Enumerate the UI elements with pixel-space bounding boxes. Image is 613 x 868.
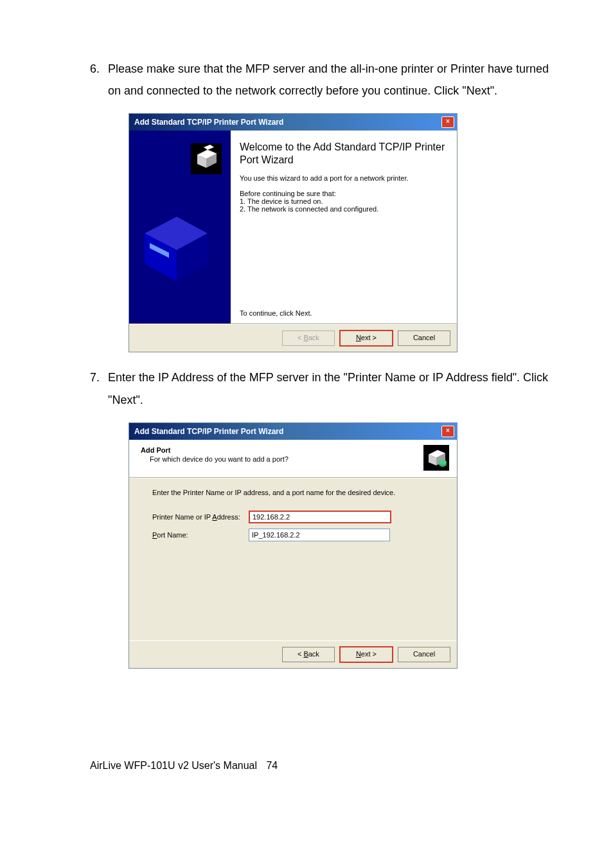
page-number: 74 [266,760,278,771]
svg-point-12 [439,460,447,465]
requirements-label: Before continuing be sure that: [240,190,447,197]
step-text: Enter the IP Address of the MFP server i… [108,366,549,410]
dialog-header: Add Port For which device do you want to… [129,440,457,478]
manual-title: AirLive WFP-101U v2 User's Manual [90,760,263,772]
next-button[interactable]: Next > [339,646,393,663]
back-button: < Back [282,330,335,346]
next-button[interactable]: Next > [339,330,393,347]
instruction-step-6: 6. Please make sure that the MFP server … [90,58,549,102]
back-button[interactable]: < Back [282,647,335,662]
close-icon[interactable]: × [441,116,454,128]
title-bar: Add Standard TCP/IP Printer Port Wizard … [129,114,457,131]
printer-icon [191,143,222,174]
label-port: Port Name: [152,531,249,539]
header-subtitle: For which device do you want to add a po… [150,455,423,463]
port-name-input[interactable] [249,529,390,541]
label-address: Printer Name or IP Address: [152,513,249,521]
close-icon[interactable]: × [441,426,454,437]
decorative-cube-icon [138,208,214,285]
step-number: 6. [90,58,108,102]
wizard-heading: Welcome to the Add Standard TCP/IP Print… [240,141,447,167]
dialog-body: Enter the Printer Name or IP address, an… [129,478,457,640]
wizard-dialog-add-port: Add Standard TCP/IP Printer Port Wizard … [129,422,458,669]
window-title: Add Standard TCP/IP Printer Port Wizard [132,118,441,127]
requirements-list: Before continuing be sure that: 1. The d… [240,190,447,213]
cancel-button[interactable]: Cancel [398,330,450,346]
document-page: 6. Please make sure that the MFP server … [0,0,613,810]
step-number: 7. [90,366,108,410]
printer-icon [423,445,449,471]
svg-marker-3 [204,145,214,150]
title-bar: Add Standard TCP/IP Printer Port Wizard … [129,423,457,440]
wizard-dialog-welcome: Add Standard TCP/IP Printer Port Wizard … [129,113,458,352]
form-row-address: Printer Name or IP Address: [152,511,441,523]
form-row-port: Port Name: [152,529,441,541]
wizard-description: You use this wizard to add a port for a … [240,174,447,182]
page-footer: AirLive WFP-101U v2 User's Manual 74 [90,683,549,810]
button-row: < Back Next > Cancel [129,324,457,352]
instruction-step-7: 7. Enter the IP Address of the MFP serve… [90,366,549,410]
requirement-item: 1. The device is turned on. [240,197,447,205]
button-row: < Back Next > Cancel [129,640,457,668]
form-intro: Enter the Printer Name or IP address, an… [152,489,441,496]
wizard-sidebar-graphic [129,131,231,323]
header-text: Add Port For which device do you want to… [141,445,423,463]
ip-address-input[interactable] [249,511,391,523]
wizard-content: Welcome to the Add Standard TCP/IP Print… [231,131,457,323]
window-title: Add Standard TCP/IP Printer Port Wizard [132,427,441,436]
step-text: Please make sure that the MFP server and… [108,58,549,102]
cancel-button[interactable]: Cancel [398,647,450,662]
continue-hint: To continue, click Next. [240,309,447,317]
header-title: Add Port [141,446,423,454]
dialog-body: Welcome to the Add Standard TCP/IP Print… [129,131,457,324]
requirement-item: 2. The network is connected and configur… [240,205,447,213]
